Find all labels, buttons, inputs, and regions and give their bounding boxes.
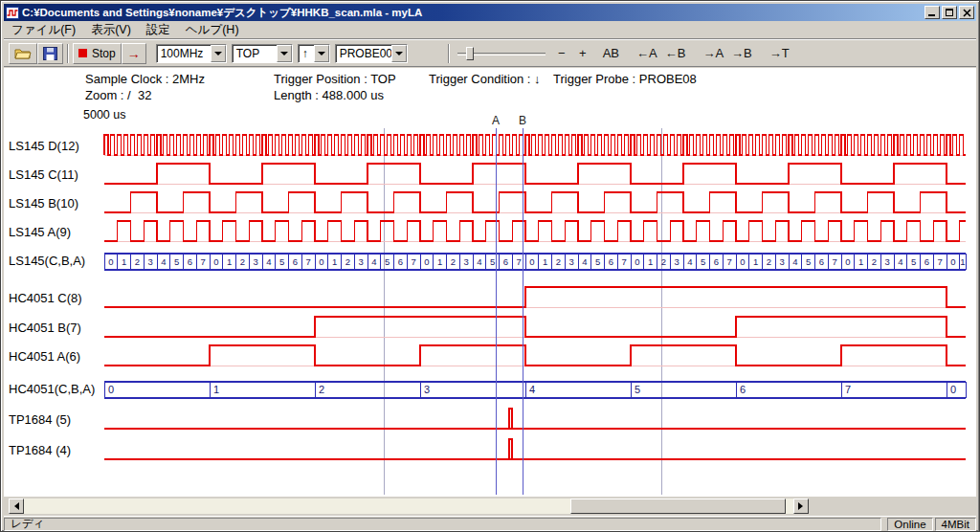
open-folder-icon: [14, 47, 32, 59]
chevron-down-icon[interactable]: [277, 45, 292, 62]
trigger-edge-select[interactable]: ↑: [298, 44, 330, 63]
zoom-info: Zoom : / 32: [85, 88, 151, 102]
trigger-position-select[interactable]: TOP: [232, 44, 293, 63]
stop-icon: [78, 49, 87, 57]
save-button[interactable]: [37, 43, 63, 64]
trigger-position-value: TOP: [233, 45, 277, 62]
menu-bar: ファイル(F) 表示(V) 設定 ヘルプ(H): [4, 21, 976, 39]
channel-label: LS145 D(12): [9, 139, 100, 153]
window-title: C:¥Documents and Settings¥noname¥デスクトップ¥…: [22, 6, 923, 20]
slider-thumb[interactable]: [466, 47, 474, 60]
goto-trigger-button[interactable]: →T: [766, 43, 793, 64]
trigger-condition-info: Trigger Condition : ↓: [429, 72, 541, 86]
trigger-edge-value: ↑: [299, 45, 314, 62]
status-bar: レディ Online 4MBit: [4, 516, 976, 531]
maximize-icon: [946, 9, 953, 16]
chevron-down-icon[interactable]: [391, 45, 407, 62]
channel-label: HC4051(C,B,A): [9, 382, 100, 396]
scroll-right-button[interactable]: [793, 499, 809, 514]
channel-label: LS145 A(9): [9, 225, 100, 239]
sample-rate-value: 100MHz: [157, 45, 211, 62]
app-icon: [6, 7, 19, 19]
status-message: レディ: [4, 518, 881, 531]
trigger-position-info: Trigger Position : TOP: [274, 72, 396, 86]
triangle-right-icon: [798, 502, 807, 510]
channel-label: TP1684 (5): [9, 412, 100, 427]
probe-value: PROBE00: [336, 45, 391, 62]
scrollbar-thumb[interactable]: [570, 499, 786, 514]
floppy-disk-icon: [43, 47, 57, 60]
maximize-button[interactable]: [942, 6, 957, 19]
sample-rate-select[interactable]: 100MHz: [156, 44, 227, 63]
cursor-b-left-button[interactable]: ←B: [661, 43, 690, 64]
channel-label: TP1684 (4): [9, 443, 100, 457]
close-button[interactable]: [959, 6, 974, 19]
open-button[interactable]: [9, 43, 37, 64]
title-bar: C:¥Documents and Settings¥noname¥デスクトップ¥…: [4, 4, 976, 21]
channel-label: LS145 C(11): [9, 167, 100, 182]
time-scale-label: 5000 us: [83, 108, 125, 122]
zoom-slider[interactable]: [457, 45, 546, 62]
status-online-badge: Online: [887, 518, 932, 531]
status-memory-badge: 4MBit: [935, 518, 976, 531]
run-arrow-icon: →: [127, 46, 141, 61]
toolbar-separator: [448, 44, 450, 63]
close-icon: [960, 7, 975, 20]
scroll-left-button[interactable]: [9, 499, 24, 514]
toolbar-separator: [67, 44, 69, 63]
run-button[interactable]: →: [122, 43, 146, 64]
length-info: Length : 488.000 us: [274, 88, 384, 102]
menu-file[interactable]: ファイル(F): [4, 20, 83, 40]
stop-label: Stop: [92, 47, 116, 60]
zoom-out-button[interactable]: −: [551, 43, 572, 64]
horizontal-scrollbar[interactable]: [9, 499, 809, 514]
chevron-down-icon[interactable]: [314, 45, 329, 62]
ab-cursor-button[interactable]: AB: [599, 43, 623, 64]
triangle-left-icon: [11, 502, 19, 510]
app-window: C:¥Documents and Settings¥noname¥デスクトップ¥…: [0, 0, 980, 532]
zoom-in-button[interactable]: +: [572, 43, 593, 64]
stop-button[interactable]: Stop: [73, 43, 122, 64]
channel-label: HC4051 B(7): [9, 321, 100, 335]
cursor-a-left-button[interactable]: ←A: [633, 43, 661, 64]
menu-settings[interactable]: 設定: [139, 20, 178, 40]
trigger-probe-info: Trigger Probe : PROBE08: [553, 72, 697, 86]
channel-label: LS145(C,B,A): [9, 254, 100, 268]
chevron-down-icon[interactable]: [211, 45, 226, 62]
channel-label: LS145 B(10): [9, 196, 100, 211]
toolbar: Stop → 100MHz TOP ↑ PROBE00 − + AB ←A: [4, 39, 976, 67]
sample-clock-info: Sample Clock : 2MHz: [85, 72, 205, 86]
minimize-icon: [928, 14, 935, 16]
menu-view[interactable]: 表示(V): [83, 20, 139, 40]
menu-help[interactable]: ヘルプ(H): [178, 20, 247, 40]
minimize-button[interactable]: [924, 6, 940, 19]
cursor-a-right-button[interactable]: →A: [699, 43, 727, 64]
scrollbar-track[interactable]: [24, 499, 793, 514]
waveform-panel[interactable]: [97, 125, 975, 499]
probe-select[interactable]: PROBE00: [335, 44, 408, 63]
channel-label: HC4051 C(8): [9, 291, 100, 305]
cursor-b-right-button[interactable]: →B: [727, 43, 756, 64]
channel-label: HC4051 A(6): [9, 349, 100, 364]
